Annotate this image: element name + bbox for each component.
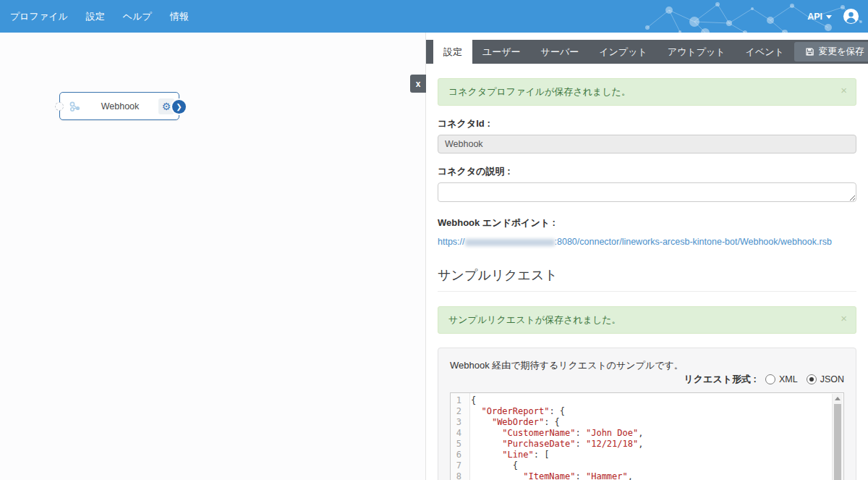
api-dropdown-label: API — [807, 12, 822, 22]
code-line: 8 "ItemName": "Hammer", — [451, 471, 843, 480]
radio-xml-icon[interactable] — [765, 374, 775, 384]
tab-users[interactable]: ユーザー — [472, 40, 531, 64]
nav-info[interactable]: 情報 — [170, 10, 189, 23]
endpoint-label: Webhook エンドポイント : — [438, 216, 856, 230]
request-format-label: リクエスト形式 : — [684, 373, 756, 386]
alert-profile-saved-text: コネクタプロファイルが保存されました。 — [448, 86, 631, 97]
code-line: 2 "OrderReport": { — [451, 406, 843, 417]
webhook-connector-card[interactable]: Webhook ⚙ ❯ — [59, 92, 179, 120]
code-line: 7 { — [451, 460, 843, 471]
panel-tabbar: 設定 ユーザー サーバー インプット アウトプット イベント 変更を保存 — [426, 40, 868, 64]
editor-scrollbar[interactable] — [832, 394, 843, 480]
flow-canvas[interactable]: Webhook ⚙ ❯ — [0, 33, 425, 480]
radio-json-label: JSON — [820, 374, 844, 384]
nav-profiles[interactable]: プロファイル — [10, 10, 68, 23]
webhook-connector-icon — [69, 100, 82, 113]
save-changes-label: 変更を保存 — [819, 46, 864, 58]
sample-request-description: Webhook 経由で期待するリクエストのサンプルです。 — [450, 359, 844, 372]
connector-description-input[interactable] — [438, 182, 856, 202]
main-area: Webhook ⚙ ❯ x 設定 ユーザー サーバー インプット アウトプット … — [0, 33, 868, 480]
tab-events[interactable]: イベント — [736, 40, 794, 64]
scrollbar-up-arrow-icon[interactable] — [833, 394, 843, 403]
tab-settings[interactable]: 設定 — [433, 40, 472, 64]
top-navbar: プロファイル 設定 ヘルプ 情報 API — [0, 0, 868, 33]
tab-server[interactable]: サーバー — [531, 40, 590, 64]
caret-down-icon — [826, 15, 832, 19]
alert-sample-saved: サンプルリクエストが保存されました。 × — [438, 306, 856, 334]
sample-request-well: Webhook 経由で期待するリクエストのサンプルです。 リクエスト形式 : X… — [438, 348, 856, 480]
panel-close-button[interactable]: x — [410, 75, 426, 93]
radio-xml-label: XML — [779, 374, 798, 384]
alert-dismiss-icon[interactable]: × — [841, 312, 847, 324]
network-decoration — [637, 0, 868, 33]
alert-profile-saved: コネクタプロファイルが保存されました。 × — [438, 78, 856, 106]
user-account-icon[interactable] — [843, 8, 859, 25]
input-connection-point[interactable] — [55, 102, 64, 111]
sample-request-heading: サンプルリクエスト — [438, 266, 856, 292]
alert-sample-saved-text: サンプルリクエストが保存されました。 — [448, 314, 621, 325]
connector-id-input[interactable] — [438, 135, 856, 153]
connector-settings-panel: x 設定 ユーザー サーバー インプット アウトプット イベント 変更を保存 — [425, 33, 868, 480]
connector-description-label: コネクタの説明 : — [438, 165, 856, 178]
endpoint-url-redacted-host — [465, 239, 555, 246]
sample-request-code-editor[interactable]: 1{2 "OrderReport": {3 "WebOrder": {4 "Cu… — [450, 392, 844, 480]
code-line: 6 "Line": [ — [451, 450, 843, 460]
radio-xml[interactable]: XML — [765, 374, 798, 384]
radio-json[interactable]: JSON — [807, 374, 844, 384]
radio-json-icon[interactable] — [807, 374, 817, 384]
scrollbar-thumb[interactable] — [834, 404, 841, 480]
endpoint-url-suffix: :8080/connector/lineworks-arcesb-kintone… — [555, 237, 832, 247]
nav-settings[interactable]: 設定 — [86, 10, 105, 23]
api-dropdown[interactable]: API — [807, 0, 832, 33]
endpoint-url-prefix: https:// — [438, 237, 465, 247]
save-changes-button[interactable]: 変更を保存 — [794, 42, 868, 62]
alert-dismiss-icon[interactable]: × — [841, 84, 847, 96]
tab-output[interactable]: アウトプット — [658, 40, 736, 64]
code-line: 5 "PurchaseDate": "12/21/18", — [451, 439, 843, 450]
code-line: 3 "WebOrder": { — [451, 417, 843, 428]
save-icon — [805, 47, 814, 56]
panel-body: コネクタプロファイルが保存されました。 × コネクタId : コネクタの説明 :… — [426, 64, 868, 480]
code-lines: 1{2 "OrderReport": {3 "WebOrder": {4 "Cu… — [451, 393, 843, 480]
connector-id-label: コネクタId : — [438, 117, 856, 130]
code-line: 1{ — [451, 395, 843, 406]
request-format-row: リクエスト形式 : XML JSON — [450, 373, 844, 386]
endpoint-link[interactable]: https://:8080/connector/lineworks-arcesb… — [438, 237, 832, 247]
nav-help[interactable]: ヘルプ — [123, 10, 152, 23]
tab-input[interactable]: インプット — [589, 40, 658, 64]
connector-name: Webhook — [82, 101, 158, 111]
connector-open-chevron-icon[interactable]: ❯ — [172, 100, 186, 114]
code-line: 4 "CustomerName": "John Doe", — [451, 428, 843, 439]
